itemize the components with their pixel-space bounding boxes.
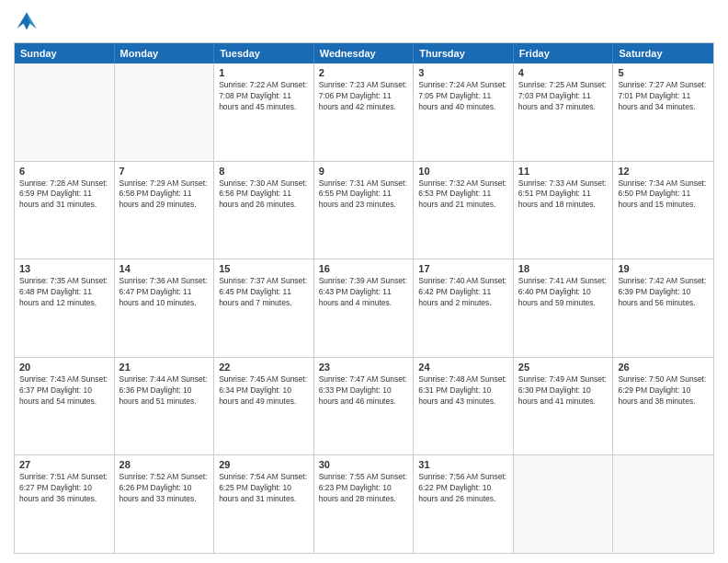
weekday-header-thursday: Thursday — [414, 43, 514, 63]
weekday-header-wednesday: Wednesday — [314, 43, 415, 63]
day-info: Sunrise: 7:35 AM Sunset: 6:48 PM Dayligh… — [19, 276, 109, 309]
day-info: Sunrise: 7:54 AM Sunset: 6:25 PM Dayligh… — [219, 472, 309, 505]
day-number: 22 — [219, 362, 309, 373]
empty-cell — [115, 63, 215, 161]
weekday-header-monday: Monday — [115, 43, 215, 63]
day-info: Sunrise: 7:43 AM Sunset: 6:37 PM Dayligh… — [19, 374, 109, 408]
day-info: Sunrise: 7:47 AM Sunset: 6:33 PM Dayligh… — [319, 374, 409, 408]
day-cell-15: 15Sunrise: 7:37 AM Sunset: 6:45 PM Dayli… — [214, 259, 314, 357]
day-cell-4: 4Sunrise: 7:25 AM Sunset: 7:03 PM Daylig… — [514, 63, 614, 161]
day-info: Sunrise: 7:40 AM Sunset: 6:42 PM Dayligh… — [418, 276, 508, 309]
day-cell-22: 22Sunrise: 7:45 AM Sunset: 6:34 PM Dayli… — [214, 358, 314, 455]
logo-icon — [14, 9, 40, 35]
day-number: 2 — [319, 67, 409, 78]
day-number: 1 — [219, 67, 309, 78]
day-cell-27: 27Sunrise: 7:51 AM Sunset: 6:27 PM Dayli… — [15, 455, 115, 553]
weekday-header-saturday: Saturday — [613, 43, 713, 63]
day-number: 12 — [618, 166, 709, 177]
calendar: SundayMondayTuesdayWednesdayThursdayFrid… — [14, 42, 714, 554]
day-number: 25 — [518, 362, 609, 373]
day-info: Sunrise: 7:49 AM Sunset: 6:30 PM Dayligh… — [518, 374, 609, 408]
day-number: 31 — [418, 459, 508, 470]
day-number: 10 — [418, 166, 508, 177]
day-info: Sunrise: 7:36 AM Sunset: 6:47 PM Dayligh… — [119, 276, 210, 309]
calendar-row-3: 13Sunrise: 7:35 AM Sunset: 6:48 PM Dayli… — [15, 259, 713, 357]
calendar-row-4: 20Sunrise: 7:43 AM Sunset: 6:37 PM Dayli… — [15, 357, 713, 455]
day-number: 13 — [19, 263, 109, 274]
day-number: 17 — [418, 263, 508, 274]
day-cell-12: 12Sunrise: 7:34 AM Sunset: 6:50 PM Dayli… — [613, 162, 713, 259]
calendar-row-2: 6Sunrise: 7:28 AM Sunset: 6:59 PM Daylig… — [15, 161, 713, 259]
day-cell-26: 26Sunrise: 7:50 AM Sunset: 6:29 PM Dayli… — [613, 358, 713, 455]
empty-cell — [613, 455, 713, 553]
day-number: 27 — [19, 459, 109, 470]
day-info: Sunrise: 7:50 AM Sunset: 6:29 PM Dayligh… — [618, 374, 709, 408]
day-info: Sunrise: 7:56 AM Sunset: 6:22 PM Dayligh… — [418, 472, 508, 505]
day-number: 18 — [518, 263, 609, 274]
day-number: 28 — [119, 459, 210, 470]
svg-marker-0 — [17, 13, 37, 30]
calendar-row-5: 27Sunrise: 7:51 AM Sunset: 6:27 PM Dayli… — [15, 454, 713, 553]
day-cell-29: 29Sunrise: 7:54 AM Sunset: 6:25 PM Dayli… — [214, 455, 314, 553]
day-number: 7 — [119, 166, 210, 177]
day-number: 9 — [319, 166, 409, 177]
day-cell-28: 28Sunrise: 7:52 AM Sunset: 6:26 PM Dayli… — [115, 455, 215, 553]
day-info: Sunrise: 7:45 AM Sunset: 6:34 PM Dayligh… — [219, 374, 309, 408]
day-info: Sunrise: 7:25 AM Sunset: 7:03 PM Dayligh… — [518, 80, 609, 113]
day-info: Sunrise: 7:55 AM Sunset: 6:23 PM Dayligh… — [319, 472, 409, 505]
day-cell-25: 25Sunrise: 7:49 AM Sunset: 6:30 PM Dayli… — [514, 358, 614, 455]
day-cell-30: 30Sunrise: 7:55 AM Sunset: 6:23 PM Dayli… — [314, 455, 415, 553]
day-info: Sunrise: 7:29 AM Sunset: 6:58 PM Dayligh… — [119, 178, 210, 212]
day-cell-13: 13Sunrise: 7:35 AM Sunset: 6:48 PM Dayli… — [15, 259, 115, 357]
day-cell-2: 2Sunrise: 7:23 AM Sunset: 7:06 PM Daylig… — [314, 63, 415, 161]
logo — [14, 9, 43, 35]
day-cell-20: 20Sunrise: 7:43 AM Sunset: 6:37 PM Dayli… — [15, 358, 115, 455]
header — [14, 9, 714, 35]
day-number: 8 — [219, 166, 309, 177]
calendar-body: 1Sunrise: 7:22 AM Sunset: 7:08 PM Daylig… — [15, 63, 713, 553]
day-cell-23: 23Sunrise: 7:47 AM Sunset: 6:33 PM Dayli… — [314, 358, 415, 455]
day-cell-17: 17Sunrise: 7:40 AM Sunset: 6:42 PM Dayli… — [414, 259, 514, 357]
calendar-row-1: 1Sunrise: 7:22 AM Sunset: 7:08 PM Daylig… — [15, 63, 713, 161]
day-info: Sunrise: 7:37 AM Sunset: 6:45 PM Dayligh… — [219, 276, 309, 309]
day-info: Sunrise: 7:28 AM Sunset: 6:59 PM Dayligh… — [19, 178, 109, 212]
empty-cell — [15, 63, 115, 161]
day-cell-1: 1Sunrise: 7:22 AM Sunset: 7:08 PM Daylig… — [214, 63, 314, 161]
day-number: 5 — [618, 67, 709, 78]
day-number: 14 — [119, 263, 210, 274]
calendar-header: SundayMondayTuesdayWednesdayThursdayFrid… — [15, 43, 713, 63]
day-number: 3 — [418, 67, 508, 78]
day-cell-9: 9Sunrise: 7:31 AM Sunset: 6:55 PM Daylig… — [314, 162, 415, 259]
weekday-header-sunday: Sunday — [15, 43, 115, 63]
day-number: 26 — [618, 362, 709, 373]
day-cell-24: 24Sunrise: 7:48 AM Sunset: 6:31 PM Dayli… — [414, 358, 514, 455]
day-info: Sunrise: 7:42 AM Sunset: 6:39 PM Dayligh… — [618, 276, 709, 309]
day-info: Sunrise: 7:30 AM Sunset: 6:56 PM Dayligh… — [219, 178, 309, 212]
day-cell-16: 16Sunrise: 7:39 AM Sunset: 6:43 PM Dayli… — [314, 259, 415, 357]
day-cell-31: 31Sunrise: 7:56 AM Sunset: 6:22 PM Dayli… — [414, 455, 514, 553]
day-info: Sunrise: 7:44 AM Sunset: 6:36 PM Dayligh… — [119, 374, 210, 408]
day-number: 23 — [319, 362, 409, 373]
day-info: Sunrise: 7:32 AM Sunset: 6:53 PM Dayligh… — [418, 178, 508, 212]
day-info: Sunrise: 7:39 AM Sunset: 6:43 PM Dayligh… — [319, 276, 409, 309]
day-number: 20 — [19, 362, 109, 373]
day-info: Sunrise: 7:34 AM Sunset: 6:50 PM Dayligh… — [618, 178, 709, 212]
empty-cell — [514, 455, 614, 553]
weekday-header-tuesday: Tuesday — [214, 43, 314, 63]
day-number: 6 — [19, 166, 109, 177]
day-info: Sunrise: 7:52 AM Sunset: 6:26 PM Dayligh… — [119, 472, 210, 505]
day-info: Sunrise: 7:48 AM Sunset: 6:31 PM Dayligh… — [418, 374, 508, 408]
day-number: 30 — [319, 459, 409, 470]
day-cell-6: 6Sunrise: 7:28 AM Sunset: 6:59 PM Daylig… — [15, 162, 115, 259]
day-cell-8: 8Sunrise: 7:30 AM Sunset: 6:56 PM Daylig… — [214, 162, 314, 259]
day-number: 15 — [219, 263, 309, 274]
day-cell-11: 11Sunrise: 7:33 AM Sunset: 6:51 PM Dayli… — [514, 162, 614, 259]
day-cell-19: 19Sunrise: 7:42 AM Sunset: 6:39 PM Dayli… — [613, 259, 713, 357]
day-number: 24 — [418, 362, 508, 373]
day-info: Sunrise: 7:24 AM Sunset: 7:05 PM Dayligh… — [418, 80, 508, 113]
day-cell-3: 3Sunrise: 7:24 AM Sunset: 7:05 PM Daylig… — [414, 63, 514, 161]
day-number: 4 — [518, 67, 609, 78]
day-cell-10: 10Sunrise: 7:32 AM Sunset: 6:53 PM Dayli… — [414, 162, 514, 259]
day-info: Sunrise: 7:23 AM Sunset: 7:06 PM Dayligh… — [319, 80, 409, 113]
day-number: 16 — [319, 263, 409, 274]
